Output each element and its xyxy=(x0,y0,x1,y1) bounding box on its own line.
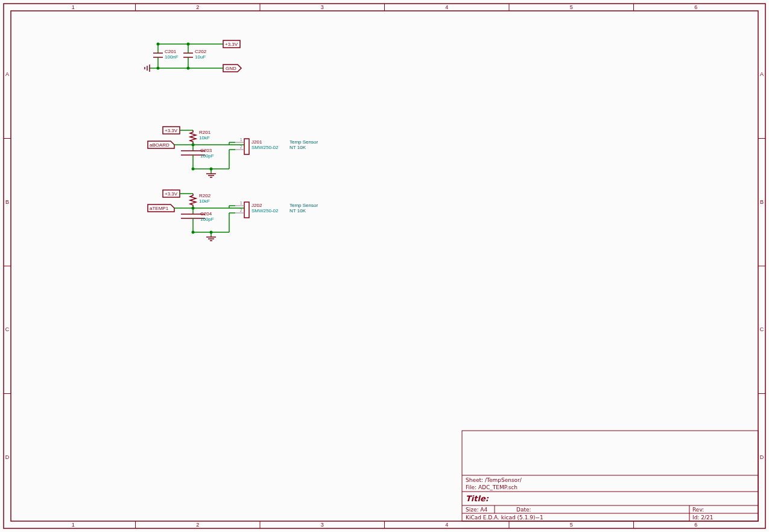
svg-text:100pF: 100pF xyxy=(200,153,214,159)
svg-text:10kF: 10kF xyxy=(199,198,210,204)
svg-text:1: 1 xyxy=(72,522,75,528)
svg-text:NT 10K: NT 10K xyxy=(290,145,306,150)
svg-text:100pF: 100pF xyxy=(200,217,214,222)
title-block: Sheet: /TempSensor/ File: ADC_TEMP.sch T… xyxy=(462,431,758,521)
svg-text:C: C xyxy=(760,326,764,332)
svg-text:1: 1 xyxy=(240,201,242,206)
c202-val: 10uF xyxy=(195,54,206,60)
svg-text:2: 2 xyxy=(196,522,199,528)
tb-id: Id: 2/21 xyxy=(692,515,713,521)
svg-text:10kF: 10kF xyxy=(199,135,210,141)
svg-text:2: 2 xyxy=(240,145,242,150)
sensor-block-2-conn: 12J202SMW250-02Temp SensorNT 10K xyxy=(229,201,318,232)
sensor-block-2-res: R20210kF xyxy=(190,193,211,209)
svg-text:NT 10K: NT 10K xyxy=(290,208,306,214)
page-frame: 112233445566 AABBCCDD xyxy=(4,4,765,528)
svg-text:C203: C203 xyxy=(200,148,212,153)
tb-title: Title: xyxy=(466,494,489,503)
svg-rect-72 xyxy=(244,139,249,154)
svg-text:C204: C204 xyxy=(200,211,212,217)
tb-file: File: ADC_TEMP.sch xyxy=(466,484,517,490)
c201: C201 100nF xyxy=(153,43,179,70)
tb-eda: KiCad E.D.A. kicad (5.1.9)−1 xyxy=(466,515,543,521)
p33v-top-text: +3.3V xyxy=(225,42,238,47)
svg-text:Temp Sensor: Temp Sensor xyxy=(290,139,318,145)
svg-text:J202: J202 xyxy=(252,203,262,208)
svg-rect-107 xyxy=(244,202,249,218)
svg-text:R201: R201 xyxy=(199,130,211,135)
svg-point-121 xyxy=(192,231,195,234)
sensor-block-2: +3.3VR20210kFaTEMP1C204100pF12J202SMW250… xyxy=(148,190,318,241)
c201-ref: C201 xyxy=(165,49,177,54)
svg-text:5: 5 xyxy=(570,522,573,528)
svg-point-49 xyxy=(157,43,160,46)
gnd-top-text: GND xyxy=(226,66,236,71)
tb-rev: Rev: xyxy=(692,507,704,513)
sensor-block-1-conn: 12J201SMW250-02Temp SensorNT 10K xyxy=(229,138,318,169)
svg-text:4: 4 xyxy=(445,522,448,528)
sensor-block-1-cap: C203100pF xyxy=(181,145,214,169)
sensor-block-1-res: R20110kF xyxy=(190,130,211,145)
svg-text:4: 4 xyxy=(445,4,448,10)
svg-text:5: 5 xyxy=(570,4,573,10)
svg-text:3: 3 xyxy=(321,4,324,10)
tb-size: Size: A4 xyxy=(466,507,488,513)
svg-rect-1 xyxy=(11,11,758,521)
svg-text:+3.3V: +3.3V xyxy=(165,128,178,133)
svg-text:A: A xyxy=(5,71,9,77)
svg-rect-127 xyxy=(462,431,758,521)
c202: C202 10uF xyxy=(183,43,207,70)
svg-point-50 xyxy=(157,67,160,70)
svg-text:A: A xyxy=(760,71,764,77)
sensor-block-1: +3.3VR20110kFaBOARDC203100pF12J201SMW250… xyxy=(148,127,318,177)
sensor-block-2-cap: C204100pF xyxy=(181,208,214,232)
gnd-top-label: GND xyxy=(223,65,241,72)
svg-rect-0 xyxy=(4,4,765,528)
decoupling-group: +3.3V GND C201 100nF C202 10uF xyxy=(145,40,241,72)
svg-text:2: 2 xyxy=(240,208,242,213)
svg-text:SMW250-02: SMW250-02 xyxy=(252,145,279,150)
tb-sheet: Sheet: /TempSensor/ xyxy=(466,477,522,483)
svg-text:D: D xyxy=(5,454,10,460)
svg-text:3: 3 xyxy=(321,522,324,528)
svg-text:2: 2 xyxy=(196,4,199,10)
svg-text:D: D xyxy=(760,454,764,460)
c202-ref: C202 xyxy=(195,49,207,54)
svg-text:aBOARD: aBOARD xyxy=(150,142,169,148)
svg-text:+3.3V: +3.3V xyxy=(165,191,178,197)
svg-point-86 xyxy=(192,168,195,171)
svg-text:B: B xyxy=(760,199,764,205)
svg-text:B: B xyxy=(5,199,9,205)
svg-text:6: 6 xyxy=(694,4,697,10)
svg-text:J201: J201 xyxy=(252,139,262,145)
svg-point-56 xyxy=(187,67,190,70)
svg-text:1: 1 xyxy=(240,138,242,142)
svg-text:R202: R202 xyxy=(199,193,211,198)
p33v-top-label: +3.3V xyxy=(223,40,240,48)
earth-gnd-top xyxy=(145,65,157,72)
svg-point-55 xyxy=(187,43,190,46)
svg-text:aTEMP1: aTEMP1 xyxy=(150,206,169,211)
c201-val: 100nF xyxy=(165,54,179,60)
svg-text:SMW250-02: SMW250-02 xyxy=(252,208,279,214)
schematic-sheet: 112233445566 AABBCCDD +3.3V GND C201 100… xyxy=(0,0,769,532)
svg-text:C: C xyxy=(5,326,10,332)
svg-text:6: 6 xyxy=(694,522,697,528)
svg-text:Temp Sensor: Temp Sensor xyxy=(290,203,318,208)
tb-date: Date: xyxy=(516,507,531,513)
svg-text:1: 1 xyxy=(72,4,75,10)
